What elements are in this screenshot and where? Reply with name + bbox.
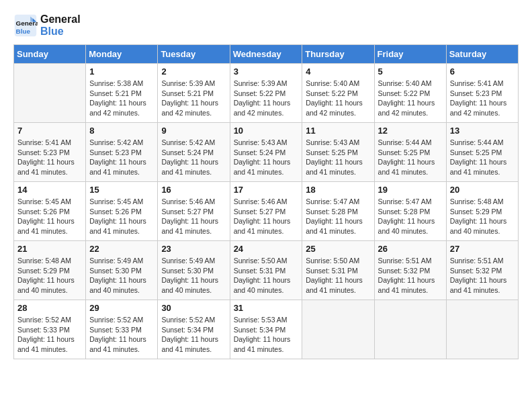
day-number: 19 [378,185,443,195]
calendar-cell: 7Sunrise: 5:41 AM Sunset: 5:23 PM Daylig… [14,123,86,182]
day-number: 14 [17,185,82,195]
day-number: 10 [234,126,299,136]
calendar-week-row: 21Sunrise: 5:48 AM Sunset: 5:29 PM Dayli… [14,241,519,300]
day-info: Sunrise: 5:40 AM Sunset: 5:22 PM Dayligh… [378,79,443,118]
day-info: Sunrise: 5:47 AM Sunset: 5:28 PM Dayligh… [378,197,443,236]
day-number: 27 [450,244,515,254]
day-number: 1 [89,66,154,77]
weekday-header: Monday [86,45,158,64]
calendar-body: 1Sunrise: 5:38 AM Sunset: 5:21 PM Daylig… [14,64,519,359]
calendar-cell: 27Sunrise: 5:51 AM Sunset: 5:32 PM Dayli… [446,241,518,300]
day-number: 26 [378,244,443,254]
calendar-table: SundayMondayTuesdayWednesdayThursdayFrid… [13,44,519,359]
calendar-cell: 9Sunrise: 5:42 AM Sunset: 5:24 PM Daylig… [158,123,230,182]
day-number: 21 [17,244,82,254]
day-info: Sunrise: 5:48 AM Sunset: 5:29 PM Dayligh… [450,197,515,236]
day-info: Sunrise: 5:40 AM Sunset: 5:22 PM Dayligh… [306,79,370,118]
calendar-cell: 20Sunrise: 5:48 AM Sunset: 5:29 PM Dayli… [446,182,518,241]
day-info: Sunrise: 5:42 AM Sunset: 5:24 PM Dayligh… [161,138,226,177]
weekday-header: Saturday [446,45,518,64]
day-number: 16 [161,185,226,195]
day-info: Sunrise: 5:52 AM Sunset: 5:33 PM Dayligh… [89,315,154,355]
calendar-cell: 26Sunrise: 5:51 AM Sunset: 5:32 PM Dayli… [374,241,446,300]
day-number: 6 [450,66,515,77]
day-number: 20 [450,185,515,195]
day-info: Sunrise: 5:50 AM Sunset: 5:31 PM Dayligh… [306,256,370,295]
calendar-week-row: 28Sunrise: 5:52 AM Sunset: 5:33 PM Dayli… [14,300,519,359]
day-info: Sunrise: 5:48 AM Sunset: 5:29 PM Dayligh… [17,256,82,295]
day-info: Sunrise: 5:51 AM Sunset: 5:32 PM Dayligh… [450,256,515,295]
day-number: 8 [89,126,154,136]
day-number: 9 [161,126,226,136]
page-header: General Blue General Blue [13,13,519,38]
day-info: Sunrise: 5:38 AM Sunset: 5:21 PM Dayligh… [89,79,154,118]
day-number: 24 [234,244,299,254]
weekday-header: Tuesday [158,45,230,64]
calendar-cell: 15Sunrise: 5:45 AM Sunset: 5:26 PM Dayli… [86,182,158,241]
calendar-cell: 14Sunrise: 5:45 AM Sunset: 5:26 PM Dayli… [14,182,86,241]
day-info: Sunrise: 5:49 AM Sunset: 5:30 PM Dayligh… [161,256,226,295]
calendar-cell: 2Sunrise: 5:39 AM Sunset: 5:21 PM Daylig… [158,64,230,123]
day-number: 2 [161,66,226,77]
weekday-header: Friday [374,45,446,64]
day-number: 7 [17,126,82,136]
logo-text-line2: Blue [40,26,81,38]
day-number: 3 [234,66,299,77]
calendar-cell: 10Sunrise: 5:43 AM Sunset: 5:24 PM Dayli… [230,123,302,182]
calendar-cell [374,300,446,359]
day-info: Sunrise: 5:43 AM Sunset: 5:25 PM Dayligh… [306,138,370,177]
day-info: Sunrise: 5:41 AM Sunset: 5:23 PM Dayligh… [17,138,82,177]
day-info: Sunrise: 5:39 AM Sunset: 5:21 PM Dayligh… [161,79,226,118]
day-number: 31 [234,303,299,313]
day-number: 13 [450,126,515,136]
day-info: Sunrise: 5:44 AM Sunset: 5:25 PM Dayligh… [450,138,515,177]
day-number: 28 [17,303,82,313]
day-info: Sunrise: 5:43 AM Sunset: 5:24 PM Dayligh… [234,138,299,177]
day-number: 23 [161,244,226,254]
day-info: Sunrise: 5:49 AM Sunset: 5:30 PM Dayligh… [89,256,154,295]
day-info: Sunrise: 5:44 AM Sunset: 5:25 PM Dayligh… [378,138,443,177]
calendar-cell: 5Sunrise: 5:40 AM Sunset: 5:22 PM Daylig… [374,64,446,123]
weekday-header: Thursday [302,45,374,64]
day-info: Sunrise: 5:51 AM Sunset: 5:32 PM Dayligh… [378,256,443,295]
calendar-cell: 24Sunrise: 5:50 AM Sunset: 5:31 PM Dayli… [230,241,302,300]
calendar-week-row: 1Sunrise: 5:38 AM Sunset: 5:21 PM Daylig… [14,64,519,123]
day-info: Sunrise: 5:50 AM Sunset: 5:31 PM Dayligh… [234,256,299,295]
day-number: 30 [161,303,226,313]
calendar-cell: 19Sunrise: 5:47 AM Sunset: 5:28 PM Dayli… [374,182,446,241]
day-number: 4 [306,66,370,77]
logo-icon: General Blue [13,13,38,38]
calendar-cell: 12Sunrise: 5:44 AM Sunset: 5:25 PM Dayli… [374,123,446,182]
calendar-cell: 31Sunrise: 5:53 AM Sunset: 5:34 PM Dayli… [230,300,302,359]
svg-text:Blue: Blue [16,28,31,35]
day-info: Sunrise: 5:41 AM Sunset: 5:23 PM Dayligh… [450,79,515,118]
weekday-header: Wednesday [230,45,302,64]
day-info: Sunrise: 5:42 AM Sunset: 5:23 PM Dayligh… [89,138,154,177]
day-number: 22 [89,244,154,254]
calendar-cell: 3Sunrise: 5:39 AM Sunset: 5:22 PM Daylig… [230,64,302,123]
day-number: 18 [306,185,370,195]
day-number: 25 [306,244,370,254]
calendar-cell: 28Sunrise: 5:52 AM Sunset: 5:33 PM Dayli… [14,300,86,359]
day-info: Sunrise: 5:52 AM Sunset: 5:34 PM Dayligh… [161,315,226,355]
logo: General Blue General Blue [13,13,81,38]
day-number: 17 [234,185,299,195]
calendar-cell: 22Sunrise: 5:49 AM Sunset: 5:30 PM Dayli… [86,241,158,300]
day-info: Sunrise: 5:45 AM Sunset: 5:26 PM Dayligh… [17,197,82,236]
calendar-cell: 16Sunrise: 5:46 AM Sunset: 5:27 PM Dayli… [158,182,230,241]
calendar-cell: 23Sunrise: 5:49 AM Sunset: 5:30 PM Dayli… [158,241,230,300]
day-number: 29 [89,303,154,313]
calendar-header: SundayMondayTuesdayWednesdayThursdayFrid… [14,45,519,64]
day-info: Sunrise: 5:39 AM Sunset: 5:22 PM Dayligh… [234,79,299,118]
logo-text-line1: General [40,13,81,26]
calendar-cell: 1Sunrise: 5:38 AM Sunset: 5:21 PM Daylig… [86,64,158,123]
day-info: Sunrise: 5:52 AM Sunset: 5:33 PM Dayligh… [17,315,82,355]
calendar-week-row: 7Sunrise: 5:41 AM Sunset: 5:23 PM Daylig… [14,123,519,182]
day-number: 5 [378,66,443,77]
calendar-cell: 21Sunrise: 5:48 AM Sunset: 5:29 PM Dayli… [14,241,86,300]
calendar-cell: 4Sunrise: 5:40 AM Sunset: 5:22 PM Daylig… [302,64,374,123]
day-info: Sunrise: 5:47 AM Sunset: 5:28 PM Dayligh… [306,197,370,236]
calendar-cell: 18Sunrise: 5:47 AM Sunset: 5:28 PM Dayli… [302,182,374,241]
day-number: 12 [378,126,443,136]
calendar-cell [302,300,374,359]
